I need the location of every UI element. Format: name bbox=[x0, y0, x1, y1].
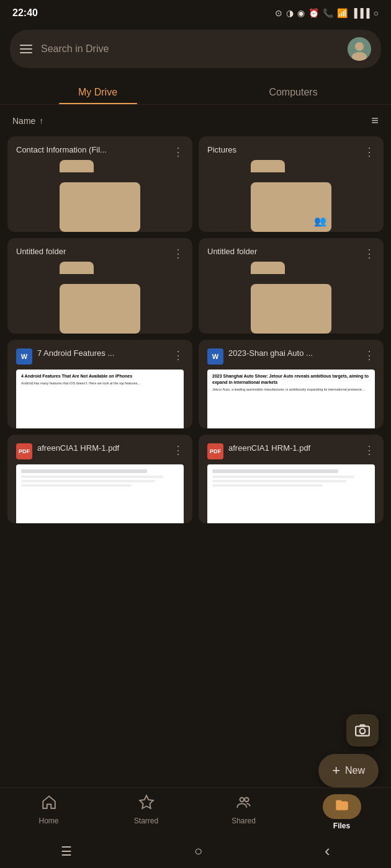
files-icon bbox=[334, 799, 350, 816]
shared-folder-icon: 👥 bbox=[314, 215, 326, 227]
list-view-icon[interactable]: ≡ bbox=[371, 113, 379, 128]
svg-point-6 bbox=[245, 797, 249, 802]
moon-icon: ◑ bbox=[286, 8, 294, 18]
file-card-pdf-1[interactable]: PDF afreenCIA1 HRM-1.pdf ⋮ bbox=[7, 435, 192, 523]
fab-new-button[interactable]: + New bbox=[318, 754, 379, 787]
doc-name: 7 Android Features ... bbox=[37, 348, 170, 359]
folder-preview: 👥 bbox=[207, 165, 375, 232]
shared-icon bbox=[236, 794, 252, 814]
nav-home-label: Home bbox=[38, 817, 58, 825]
doc-preview-text: Jetour Auto, a leading automobile manufa… bbox=[212, 388, 370, 392]
file-title-row: PDF afreenCIA1 HRM-1.pdf bbox=[16, 443, 170, 459]
nav-items: Home Starred Shared bbox=[0, 788, 391, 835]
more-options-icon[interactable]: ⋮ bbox=[361, 443, 375, 457]
more-options-icon[interactable]: ⋮ bbox=[361, 348, 375, 362]
file-title-row: W 7 Android Features ... bbox=[16, 348, 170, 365]
file-card-header: W 7 Android Features ... ⋮ bbox=[16, 348, 184, 365]
folder-preview bbox=[16, 267, 184, 334]
folder-name: Untitled folder bbox=[207, 247, 361, 257]
doc-preview: 4 Android Features That Are Not Availabl… bbox=[16, 370, 184, 428]
pdf-icon: PDF bbox=[207, 443, 223, 459]
more-options-icon[interactable]: ⋮ bbox=[170, 443, 184, 457]
doc-preview: 2023 Shanghai Auto Show: Jetour Auto rev… bbox=[207, 370, 375, 428]
file-card-header: Pictures ⋮ bbox=[207, 145, 375, 159]
star-icon bbox=[138, 794, 155, 814]
file-title-row: PDF afreenCIA1 HRM-1.pdf bbox=[207, 443, 361, 459]
doc-preview-content: 4 Android Features That Are Not Availabl… bbox=[16, 370, 184, 389]
folder-tab bbox=[251, 160, 285, 172]
nav-starred-label: Starred bbox=[134, 817, 158, 825]
doc-preview-text: Android has many features that iOS doesn… bbox=[21, 381, 179, 386]
fab-area: + New bbox=[318, 714, 379, 787]
fab-plus-icon: + bbox=[332, 763, 340, 779]
more-options-icon[interactable]: ⋮ bbox=[361, 145, 375, 159]
file-card-doc-2[interactable]: W 2023-Shan ghai Auto ... ⋮ 2023 Shangha… bbox=[199, 340, 384, 428]
main-content: Name ↑ ≡ Contact Information (Fil... ⋮ P… bbox=[0, 105, 391, 622]
tab-computers[interactable]: Computers bbox=[196, 78, 391, 104]
bottom-nav: Home Starred Shared bbox=[0, 787, 391, 868]
file-card-folder-4[interactable]: Untitled folder ⋮ bbox=[199, 238, 384, 334]
file-card-doc-1[interactable]: W 7 Android Features ... ⋮ 4 Android Fea… bbox=[7, 340, 192, 428]
avatar[interactable] bbox=[348, 37, 371, 61]
record-icon: ◉ bbox=[297, 8, 305, 18]
pdf-preview bbox=[16, 464, 184, 523]
search-bar[interactable]: Search in Drive bbox=[10, 30, 381, 68]
folder-shape bbox=[251, 272, 331, 334]
alarm-icon: ⏰ bbox=[308, 8, 319, 18]
tab-my-drive[interactable]: My Drive bbox=[0, 78, 196, 104]
nav-item-shared[interactable]: Shared bbox=[225, 794, 263, 830]
more-options-icon[interactable]: ⋮ bbox=[170, 348, 184, 362]
android-bar: ☰ ○ ‹ bbox=[0, 835, 391, 868]
file-card-folder-2[interactable]: Pictures ⋮ 👥 bbox=[199, 136, 384, 232]
task-icon: ⊙ bbox=[275, 8, 282, 18]
folder-tab bbox=[60, 160, 94, 172]
folder-name: Contact Information (Fil... bbox=[16, 145, 170, 156]
sort-label[interactable]: Name ↑ bbox=[12, 116, 43, 126]
pdf-icon: PDF bbox=[16, 443, 32, 459]
file-card-header: Contact Information (Fil... ⋮ bbox=[16, 145, 184, 159]
nav-item-files[interactable]: Files bbox=[323, 794, 361, 830]
svg-point-4 bbox=[360, 728, 366, 734]
folder-preview bbox=[207, 267, 375, 334]
file-card-header: PDF afreenCIA1 HRM-1.pdf ⋮ bbox=[207, 443, 375, 459]
doc-name: 2023-Shan ghai Auto ... bbox=[228, 348, 361, 359]
file-card-header: W 2023-Shan ghai Auto ... ⋮ bbox=[207, 348, 375, 365]
pdf-name: afreenCIA1 HRM-1.pdf bbox=[228, 443, 361, 454]
android-home-btn[interactable]: ○ bbox=[194, 843, 202, 859]
folder-shape: 👥 bbox=[251, 170, 331, 232]
folder-tab bbox=[60, 262, 94, 274]
file-card-folder-1[interactable]: Contact Information (Fil... ⋮ bbox=[7, 136, 192, 232]
more-options-icon[interactable]: ⋮ bbox=[170, 145, 184, 159]
file-card-header: Untitled folder ⋮ bbox=[207, 247, 375, 260]
more-options-icon[interactable]: ⋮ bbox=[361, 247, 375, 260]
more-options-icon[interactable]: ⋮ bbox=[170, 247, 184, 260]
signal-icon: ▐▐▐ bbox=[351, 8, 370, 18]
word-icon: W bbox=[16, 348, 32, 365]
nav-item-home[interactable]: Home bbox=[30, 794, 68, 830]
status-time: 22:40 bbox=[12, 7, 38, 19]
pdf-name: afreenCIA1 HRM-1.pdf bbox=[37, 443, 170, 454]
svg-point-5 bbox=[240, 797, 244, 802]
doc-preview-title: 2023 Shanghai Auto Show: Jetour Auto rev… bbox=[212, 373, 370, 386]
avatar-image bbox=[348, 37, 371, 61]
sort-bar: Name ↑ ≡ bbox=[0, 105, 391, 136]
status-bar: 22:40 ⊙ ◑ ◉ ⏰ 📞 📶 ▐▐▐ ○ bbox=[0, 0, 391, 24]
file-card-folder-3[interactable]: Untitled folder ⋮ bbox=[7, 238, 192, 334]
sort-direction-icon: ↑ bbox=[39, 116, 43, 126]
doc-preview-content: 2023 Shanghai Auto Show: Jetour Auto rev… bbox=[207, 370, 375, 396]
search-placeholder[interactable]: Search in Drive bbox=[41, 43, 339, 55]
call-icon: 📞 bbox=[323, 8, 333, 18]
folder-name: Untitled folder bbox=[16, 247, 170, 257]
nav-item-starred[interactable]: Starred bbox=[128, 794, 165, 830]
android-back-btn[interactable]: ‹ bbox=[325, 841, 330, 861]
file-card-pdf-2[interactable]: PDF afreenCIA1 HRM-1.pdf ⋮ bbox=[199, 435, 384, 523]
hamburger-menu-icon[interactable] bbox=[20, 45, 32, 53]
android-menu-btn[interactable]: ☰ bbox=[61, 844, 72, 859]
home-icon bbox=[41, 794, 57, 814]
file-card-header: PDF afreenCIA1 HRM-1.pdf ⋮ bbox=[16, 443, 184, 459]
folder-body: 👥 bbox=[251, 182, 331, 232]
fab-camera-button[interactable] bbox=[346, 714, 379, 746]
svg-point-1 bbox=[355, 42, 364, 51]
file-card-header: Untitled folder ⋮ bbox=[16, 247, 184, 260]
sort-name: Name bbox=[12, 116, 35, 126]
